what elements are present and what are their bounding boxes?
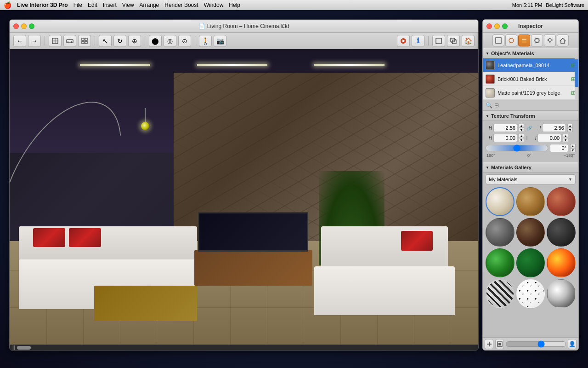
- furnish-button[interactable]: [63, 35, 76, 47]
- app-menu[interactable]: Live Interior 3D Pro: [17, 2, 68, 8]
- section-triangle: ▼: [486, 52, 489, 56]
- sphere-tool[interactable]: ⬤: [149, 35, 162, 47]
- offset-y-up[interactable]: ▲: [563, 134, 568, 138]
- offset-x-stepper[interactable]: ▲ ▼: [519, 134, 524, 142]
- inspector-home-tab[interactable]: [557, 34, 569, 46]
- gallery-dropdown[interactable]: My Materials ▼: [486, 174, 576, 184]
- scale-x-input[interactable]: [493, 124, 517, 132]
- grid-view-icon[interactable]: ⊟: [494, 102, 499, 109]
- angle-stepper[interactable]: ▲ ▼: [570, 144, 576, 152]
- offset-y-stepper[interactable]: ▲ ▼: [563, 134, 568, 142]
- floor-plan-button[interactable]: [49, 35, 62, 47]
- minimize-button[interactable]: [21, 23, 27, 29]
- gallery-item-green[interactable]: [486, 248, 514, 277]
- offset-x-input[interactable]: [493, 134, 517, 142]
- home-view-button[interactable]: 🏠: [462, 35, 475, 47]
- 3d-scene[interactable]: [10, 49, 478, 345]
- offset-x-down[interactable]: ▼: [519, 138, 524, 142]
- gallery-item-zebra[interactable]: [486, 279, 514, 308]
- sofa-pillow-2: [69, 228, 101, 247]
- materials-scrollbar-thumb[interactable]: [575, 59, 578, 87]
- gallery-item-cream[interactable]: [486, 187, 514, 216]
- apple-menu[interactable]: 🍎: [4, 1, 11, 9]
- inspector-sphere-tab[interactable]: [531, 34, 543, 46]
- scale-y-down[interactable]: ▼: [567, 128, 573, 132]
- back-button[interactable]: ←: [13, 35, 26, 47]
- angle-input[interactable]: [550, 144, 568, 152]
- close-button[interactable]: [13, 23, 19, 29]
- gallery-item-concrete[interactable]: [486, 218, 514, 247]
- 3d-view-button[interactable]: [447, 35, 460, 47]
- material-item-leather[interactable]: Leather/pamela_09014 ⊞: [483, 58, 578, 72]
- offset-y-down[interactable]: ▼: [563, 138, 568, 142]
- gallery-item-brick[interactable]: [547, 187, 576, 216]
- structure-button[interactable]: [78, 35, 91, 47]
- svg-rect-12: [436, 38, 441, 44]
- render-boost-menu[interactable]: Render Boost: [164, 2, 198, 8]
- inspector-close[interactable]: [486, 23, 492, 29]
- window-menu[interactable]: Window: [204, 2, 224, 8]
- inspector-object-tab[interactable]: [505, 34, 517, 46]
- fit-button[interactable]: [495, 339, 504, 349]
- material-item-brick[interactable]: Brick/001 Baked Brick ⊞: [483, 72, 578, 86]
- render-button[interactable]: [397, 35, 410, 47]
- offset-y-input[interactable]: [537, 134, 561, 142]
- add-material-button[interactable]: [485, 339, 493, 349]
- scale-x-up[interactable]: ▲: [519, 124, 524, 128]
- angle-up[interactable]: ▲: [570, 144, 576, 148]
- sofa-back: [19, 226, 197, 264]
- help-menu[interactable]: Help: [229, 2, 240, 8]
- gallery-section-header: ▼ Materials Gallery: [483, 162, 578, 172]
- gallery-item-fire[interactable]: [547, 248, 576, 277]
- scrollbar-thumb[interactable]: [17, 346, 31, 350]
- gallery-item-green-dark[interactable]: [516, 248, 545, 277]
- walk-tool[interactable]: 🚶: [199, 35, 212, 47]
- materials-scrollbar[interactable]: [575, 58, 578, 100]
- chair-right: [314, 226, 455, 315]
- info-button[interactable]: ℹ: [412, 35, 424, 47]
- pan-tool[interactable]: ⊕: [128, 35, 141, 47]
- scale-y-input[interactable]: [542, 124, 566, 132]
- insert-menu[interactable]: Insert: [103, 2, 117, 8]
- inspector-material-tab[interactable]: [518, 34, 530, 46]
- forward-button[interactable]: →: [28, 35, 41, 47]
- gallery-item-chrome[interactable]: [547, 279, 576, 308]
- gallery-item-wood-light[interactable]: [516, 187, 545, 216]
- material-item-paint[interactable]: Matte paint/1019 grey beige ⊞: [483, 86, 578, 100]
- zoom-slider[interactable]: [506, 341, 566, 347]
- scale-y-up[interactable]: ▲: [567, 124, 573, 128]
- tv-screen: [198, 212, 308, 252]
- ring-tool[interactable]: ◎: [164, 35, 176, 47]
- arrange-menu[interactable]: Arrange: [140, 2, 159, 8]
- viewport-scrollbar[interactable]: |||: [10, 345, 478, 350]
- svg-point-23: [536, 38, 538, 43]
- angle-slider[interactable]: [486, 145, 548, 151]
- scale-x-down[interactable]: ▼: [519, 128, 524, 132]
- cylinder-tool[interactable]: ⊙: [178, 35, 191, 47]
- scale-y-stepper[interactable]: ▲ ▼: [567, 124, 573, 132]
- angle-down[interactable]: ▼: [570, 148, 576, 152]
- inspector-light-tab[interactable]: [544, 34, 556, 46]
- inspector-floor-plan-tab[interactable]: [492, 34, 504, 46]
- gallery-item-dark[interactable]: [547, 218, 576, 247]
- view-menu[interactable]: View: [122, 2, 134, 8]
- file-menu[interactable]: File: [74, 2, 82, 8]
- separator-3: [145, 36, 145, 46]
- gallery-item-spots[interactable]: [516, 279, 545, 308]
- scroll-indicator: |||: [11, 345, 15, 350]
- edit-menu[interactable]: Edit: [88, 2, 97, 8]
- offset-y-label: l: [530, 136, 536, 141]
- 2d-view-button[interactable]: [432, 35, 445, 47]
- camera-tool[interactable]: 📷: [214, 35, 226, 47]
- material-swatch-brick: [486, 75, 495, 84]
- scale-x-stepper[interactable]: ▲ ▼: [519, 124, 524, 132]
- offset-x-up[interactable]: ▲: [519, 134, 524, 138]
- fullscreen-button[interactable]: [29, 23, 34, 29]
- gallery-item-wood-dark[interactable]: [516, 218, 545, 247]
- inspector-minimize[interactable]: [494, 23, 500, 29]
- person-view-button[interactable]: 👤: [568, 339, 577, 349]
- inspector-fullscreen[interactable]: [502, 23, 508, 29]
- select-tool[interactable]: ↖: [99, 35, 112, 47]
- orbit-tool[interactable]: ↻: [113, 35, 126, 47]
- angle-row: ▲ ▼: [486, 144, 576, 152]
